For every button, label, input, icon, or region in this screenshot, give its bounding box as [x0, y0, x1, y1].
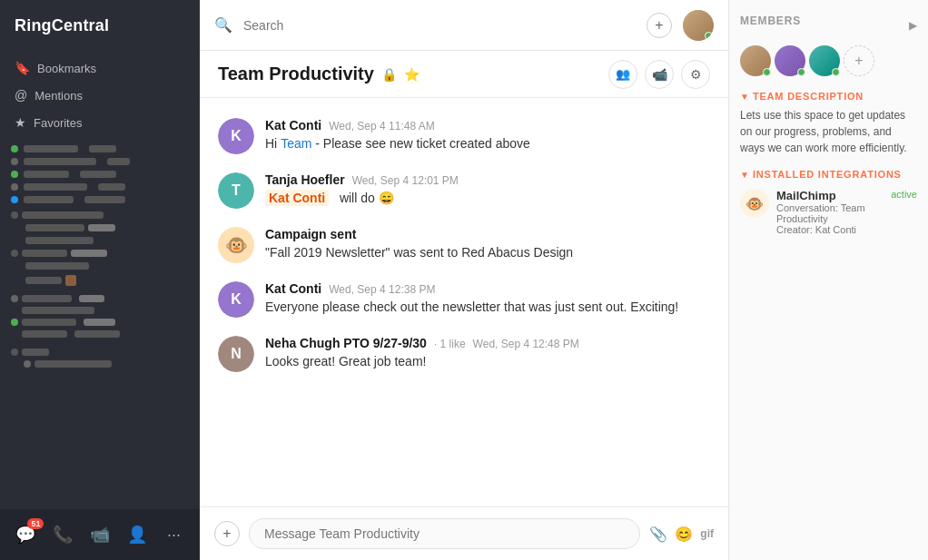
member-avatar — [809, 45, 840, 76]
gif-button[interactable]: gif — [700, 527, 714, 540]
add-member-button[interactable]: 👥 — [608, 60, 637, 89]
avatar: N — [218, 336, 254, 372]
status-dot — [11, 145, 18, 152]
topbar-actions: + — [647, 10, 714, 41]
panel-expand-icon[interactable]: ▶ — [909, 19, 917, 32]
avatar: K — [218, 118, 254, 154]
sidebar-item-favorites-label: Favorites — [34, 116, 82, 130]
team-description-title: TEAM DESCRIPTION — [753, 91, 864, 102]
message-text: Kat Conti will do 😄 — [265, 190, 710, 208]
sender-name: Kat Conti — [265, 281, 321, 296]
phone-button[interactable]: 📞 — [48, 520, 77, 549]
input-icons: 📎 😊 gif — [649, 526, 714, 543]
channel-title: Team Productivity — [218, 64, 374, 84]
bookmark-icon: 🔖 — [15, 61, 30, 75]
sidebar-bottom-bar: 💬 51 📞 📹 👤 ··· — [0, 509, 200, 560]
list-item[interactable] — [0, 168, 200, 181]
more-button[interactable]: ··· — [160, 520, 189, 549]
status-dot — [11, 183, 18, 191]
right-panel: MEMBERS ▶ + ▼ TEAM DESCRIPTION Lets use … — [728, 0, 928, 560]
add-member-button[interactable]: + — [844, 45, 874, 76]
emoji-icon[interactable]: 😊 — [675, 526, 693, 543]
message-subtext: · 1 like — [434, 338, 466, 350]
message-time: Wed, Sep 4 12:01 PM — [352, 174, 459, 187]
video-button[interactable]: 📹 — [85, 520, 114, 549]
message-body: Kat Conti Wed, Sep 4 12:38 PM Everyone p… — [265, 281, 710, 318]
message-input[interactable] — [249, 518, 640, 549]
video-call-button[interactable]: 📹 — [645, 60, 674, 89]
attach-button[interactable]: + — [214, 521, 240, 546]
status-dot — [11, 171, 18, 178]
members-section-title: MEMBERS — [740, 15, 801, 27]
integrations-title: INSTALLED INTEGRATIONS — [753, 169, 902, 180]
search-icon: 🔍 — [214, 16, 232, 34]
mention-highlight: Kat Conti — [265, 190, 329, 206]
app-title: RingCentral — [0, 0, 200, 52]
compose-button[interactable]: + — [647, 13, 672, 38]
main-content: 🔍 + Team Productivity 🔒 ⭐ 👥 📹 ⚙ K K — [200, 0, 728, 560]
message-time: Wed, Sep 4 12:38 PM — [329, 283, 435, 296]
team-desc-expand-icon: ▼ — [740, 92, 749, 102]
status-dot — [11, 196, 18, 203]
mailchimp-icon: 🐵 — [740, 189, 769, 218]
message-time: Wed, Sep 4 11:48 AM — [329, 120, 435, 133]
sidebar-item-favorites[interactable]: ★ Favorites — [7, 110, 193, 135]
status-dot — [11, 295, 18, 302]
table-row: T Tanja Hoefler Wed, Sep 4 12:01 PM Kat … — [200, 163, 728, 218]
sidebar-item-mentions[interactable]: @ Mentions — [7, 83, 193, 108]
integration-sender: Campaign sent — [265, 227, 356, 241]
member-online-dot — [797, 68, 805, 76]
table-row: 🐵 Campaign sent "Fall 2019 Newsletter" w… — [200, 218, 728, 272]
integrations-section: ▼ INSTALLED INTEGRATIONS 🐵 MailChimp act… — [740, 169, 917, 235]
lock-icon: 🔒 — [381, 67, 397, 82]
message-text: Hi Team - Please see new ticket created … — [265, 135, 710, 153]
list-item[interactable] — [0, 155, 200, 168]
sender-name: Neha Chugh PTO 9/27-9/30 — [265, 336, 427, 350]
list-item[interactable] — [0, 181, 200, 193]
message-text: Everyone please check out the newsletter… — [265, 299, 710, 317]
table-row: N Neha Chugh PTO 9/27-9/30 · 1 like Wed,… — [200, 327, 728, 381]
settings-button[interactable]: ⚙ — [681, 60, 710, 89]
team-description-section: ▼ TEAM DESCRIPTION Lets use this space t… — [740, 91, 917, 156]
attachment-icon[interactable]: 📎 — [649, 526, 667, 543]
team-description-text: Lets use this space to get updates on ou… — [740, 107, 917, 156]
messages-list: K Kat Conti Wed, Sep 4 11:48 AM Hi Team … — [200, 98, 728, 506]
list-item: 🐵 MailChimp active Conversation: Team Pr… — [740, 189, 917, 235]
mention-tag: Team — [281, 136, 311, 151]
sender-name: Kat Conti — [265, 118, 321, 133]
messages-button[interactable]: 💬 51 — [11, 520, 40, 549]
star-icon: ★ — [15, 115, 26, 130]
sender-name: Tanja Hoefler — [265, 172, 345, 187]
message-body: Tanja Hoefler Wed, Sep 4 12:01 PM Kat Co… — [265, 172, 710, 209]
sidebar-item-bookmarks-label: Bookmarks — [37, 62, 96, 75]
members-row: + — [740, 45, 917, 76]
integration-conversation: Conversation: Team Productivity — [776, 202, 917, 224]
unread-badge: 51 — [27, 518, 44, 529]
integration-name: MailChimp — [776, 189, 836, 202]
search-input[interactable] — [243, 18, 636, 33]
member-avatar — [775, 45, 805, 76]
status-dot — [11, 158, 18, 165]
member-avatar — [740, 45, 771, 76]
message-text: Looks great! Great job team! — [265, 353, 710, 371]
message-input-area: + 📎 😊 gif — [200, 506, 728, 560]
integration-avatar: 🐵 — [218, 227, 254, 263]
mention-icon: @ — [15, 88, 27, 103]
user-avatar[interactable] — [683, 10, 714, 41]
avatar: K — [218, 281, 254, 318]
sidebar-item-bookmarks[interactable]: 🔖 Bookmarks — [7, 55, 193, 81]
star-channel-icon[interactable]: ⭐ — [404, 67, 420, 82]
topbar: 🔍 + — [200, 0, 728, 51]
table-row: K Kat Conti Wed, Sep 4 11:48 AM Hi Team … — [200, 109, 728, 163]
message-body: Campaign sent "Fall 2019 Newsletter" was… — [265, 227, 710, 263]
online-indicator — [705, 32, 713, 40]
sidebar: RingCentral 🔖 Bookmarks @ Mentions ★ Fav… — [0, 0, 200, 560]
member-online-dot — [763, 68, 771, 76]
message-body: Neha Chugh PTO 9/27-9/30 · 1 like Wed, S… — [265, 336, 710, 372]
table-row: K Kat Conti Wed, Sep 4 12:38 PM Everyone… — [200, 272, 728, 327]
profile-button[interactable]: 👤 — [123, 520, 152, 549]
list-item[interactable] — [0, 193, 200, 206]
message-body: Kat Conti Wed, Sep 4 11:48 AM Hi Team - … — [265, 118, 710, 154]
sidebar-item-mentions-label: Mentions — [35, 89, 83, 103]
list-item[interactable] — [0, 142, 200, 155]
